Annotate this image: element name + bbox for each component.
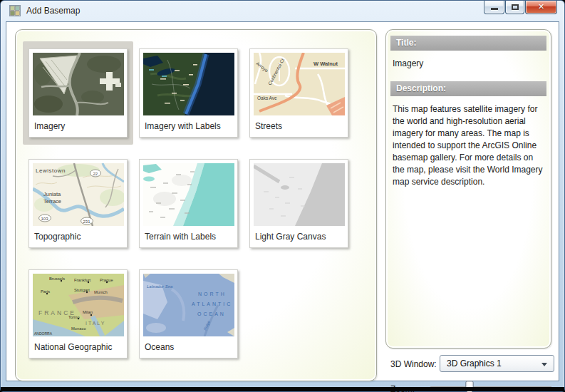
svg-text:231: 231 xyxy=(83,220,90,224)
svg-text:OCEAN: OCEAN xyxy=(197,311,226,316)
gallery-cell: W Walnut Continental Ct Oaks Ave Arroyo … xyxy=(244,41,354,145)
svg-text:Brussels: Brussels xyxy=(49,277,65,281)
gallery-cell: Imagery with Labels xyxy=(133,41,244,145)
gallery-row-3: FRANCE ITALY Paris Brussels Frankfurt Pr… xyxy=(23,262,376,366)
svg-text:W Walnut: W Walnut xyxy=(313,61,338,67)
basemap-label: Streets xyxy=(250,115,348,137)
svg-text:Labrador Sea: Labrador Sea xyxy=(147,284,173,289)
close-icon: ✕ xyxy=(526,2,556,11)
basemap-label: Topographic xyxy=(29,226,127,247)
light-gray-canvas-thumbnail xyxy=(254,163,345,226)
title-section-header: Title: xyxy=(390,36,546,51)
svg-text:Monaco: Monaco xyxy=(71,326,86,331)
basemap-item-topographic[interactable]: Lewistown Juniata Terrace 22 103 xyxy=(28,159,128,248)
maximize-icon xyxy=(512,4,519,10)
gallery-cell: Light Gray Canvas xyxy=(244,152,354,255)
basemap-gallery-icon xyxy=(9,5,21,16)
gallery-cell: NORTH ATLANTIC OCEAN Labrador Sea Ridge … xyxy=(133,262,244,366)
topographic-thumbnail: Lewistown Juniata Terrace 22 103 xyxy=(33,163,124,226)
basemap-title-value: Imagery xyxy=(386,51,551,76)
svg-text:Lewistown: Lewistown xyxy=(36,167,66,174)
basemap-item-imagery[interactable]: Imagery xyxy=(28,48,128,138)
svg-text:ANDORRA: ANDORRA xyxy=(34,331,53,336)
svg-text:Milan: Milan xyxy=(83,310,93,314)
svg-text:ITALY: ITALY xyxy=(85,321,105,326)
basemap-details-panel: Title: Imagery Description: This map fea… xyxy=(385,29,551,349)
svg-text:NORTH: NORTH xyxy=(198,292,227,296)
gallery-cell: FRANCE ITALY Paris Brussels Frankfurt Pr… xyxy=(23,262,133,366)
gallery-row-1: Imagery xyxy=(23,41,376,145)
svg-text:103: 103 xyxy=(41,217,48,221)
basemap-grid: Imagery xyxy=(16,30,376,366)
basemap-item-imagery-with-labels[interactable]: Imagery with Labels xyxy=(139,48,238,138)
basemap-item-terrain-with-labels[interactable]: Terrain with Labels xyxy=(139,159,238,248)
national-geographic-thumbnail: FRANCE ITALY Paris Brussels Frankfurt Pr… xyxy=(33,274,124,336)
gallery-cell: Terrain with Labels xyxy=(133,152,244,255)
svg-text:Munich: Munich xyxy=(94,290,108,294)
basemap-item-light-gray-canvas[interactable]: Light Gray Canvas xyxy=(249,159,348,248)
basemap-label: Oceans xyxy=(140,336,237,358)
window-bottom-edge xyxy=(1,387,564,391)
maximize-button[interactable] xyxy=(505,1,524,14)
basemap-description-text: This map features satellite imagery for … xyxy=(386,96,551,188)
gallery-row-2: Lewistown Juniata Terrace 22 103 xyxy=(23,152,376,255)
add-basemap-dialog: Add Basemap ✕ xyxy=(0,0,565,392)
3d-window-label: 3D Window: xyxy=(390,359,437,369)
svg-text:Oaks Ave: Oaks Ave xyxy=(257,96,277,100)
svg-text:ATLANTIC: ATLANTIC xyxy=(192,301,232,306)
window-controls: ✕ xyxy=(484,1,557,14)
terrain-with-labels-thumbnail xyxy=(143,163,234,226)
3d-window-dropdown[interactable]: 3D Graphics 1 xyxy=(440,355,554,372)
basemap-label: Light Gray Canvas xyxy=(250,226,348,247)
basemap-label: Imagery with Labels xyxy=(140,115,237,137)
svg-text:Terrace: Terrace xyxy=(43,198,61,205)
dialog-client-area: Imagery xyxy=(6,21,559,381)
basemap-item-streets[interactable]: W Walnut Continental Ct Oaks Ave Arroyo … xyxy=(249,48,348,138)
basemap-label: National Geographic xyxy=(29,336,127,358)
basemap-label: Imagery xyxy=(29,115,127,137)
basemap-gallery-panel: Imagery xyxy=(15,29,377,381)
minimize-icon xyxy=(491,8,498,10)
description-section-header: Description: xyxy=(390,81,546,96)
window-titlebar[interactable]: Add Basemap ✕ xyxy=(1,1,564,21)
gallery-cell: Imagery xyxy=(23,41,133,145)
svg-text:22: 22 xyxy=(93,172,98,176)
svg-text:Paris: Paris xyxy=(41,289,50,294)
dropdown-arrow-icon xyxy=(541,363,547,366)
imagery-with-labels-thumbnail xyxy=(143,53,234,115)
gallery-cell: Lewistown Juniata Terrace 22 103 xyxy=(23,152,133,255)
streets-thumbnail: W Walnut Continental Ct Oaks Ave Arroyo xyxy=(254,53,345,115)
svg-text:Juniata: Juniata xyxy=(43,191,61,197)
imagery-thumbnail xyxy=(33,53,124,115)
basemap-item-oceans[interactable]: NORTH ATLANTIC OCEAN Labrador Sea Ridge … xyxy=(139,269,238,359)
svg-text:Stuttgart: Stuttgart xyxy=(74,288,90,292)
3d-window-selected-value: 3D Graphics 1 xyxy=(447,359,502,368)
oceans-thumbnail: NORTH ATLANTIC OCEAN Labrador Sea Ridge xyxy=(143,274,234,336)
minimize-button[interactable] xyxy=(484,1,504,14)
window-title: Add Basemap xyxy=(26,6,80,16)
close-button[interactable]: ✕ xyxy=(525,1,557,14)
basemap-label: Terrain with Labels xyxy=(140,226,237,247)
basemap-item-national-geographic[interactable]: FRANCE ITALY Paris Brussels Frankfurt Pr… xyxy=(28,269,128,359)
